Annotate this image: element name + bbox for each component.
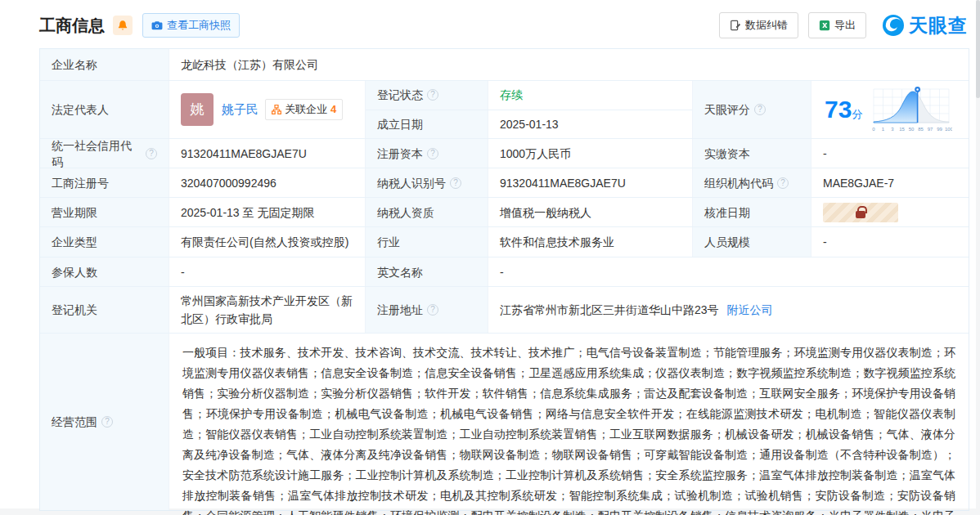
locked-value-button[interactable] bbox=[823, 203, 898, 222]
reg-address-label: 注册地址 bbox=[377, 302, 423, 318]
taxpayer-quality-label: 纳税人资质 bbox=[366, 198, 488, 226]
reg-number-value: 320407000992496 bbox=[169, 168, 366, 197]
legal-rep-cell: 姚 姚子民 关联企业 4 bbox=[169, 81, 366, 138]
paid-capital-value: - bbox=[811, 139, 969, 168]
bell-icon bbox=[117, 20, 128, 31]
svg-text:99: 99 bbox=[937, 127, 943, 132]
reg-address-value: 江苏省常州市新北区三井街道华山中路23号 bbox=[500, 302, 719, 318]
reg-status-label-cell: 登记状态 bbox=[366, 81, 488, 110]
org-code-value: MAE8GJAE-7 bbox=[811, 168, 969, 197]
view-snapshot-label: 查看工商快照 bbox=[167, 18, 231, 33]
legal-rep-avatar[interactable]: 姚 bbox=[181, 93, 214, 126]
taxpayer-id-label-cell: 纳税人识别号 bbox=[366, 168, 488, 197]
taxpayer-id-value: 91320411MAE8GJAE7U bbox=[488, 168, 693, 197]
credit-code-label: 统一社会信用代码 bbox=[52, 137, 142, 170]
insured-count-value: - bbox=[169, 258, 366, 286]
company-name-label: 企业名称 bbox=[40, 49, 169, 80]
help-icon[interactable] bbox=[146, 148, 157, 159]
help-icon[interactable] bbox=[101, 416, 113, 428]
reg-status-value: 存续 bbox=[488, 81, 692, 110]
svg-text:100: 100 bbox=[945, 127, 952, 132]
section-title: 工商信息 bbox=[39, 15, 105, 37]
vertical-scrollbar[interactable] bbox=[976, 0, 980, 98]
reg-capital-label-cell: 注册资本 bbox=[366, 139, 488, 168]
table-row-legal-rep: 法定代表人 姚 姚子民 关联企业 4 bbox=[40, 81, 969, 139]
help-icon[interactable] bbox=[427, 89, 438, 101]
svg-text:0: 0 bbox=[873, 127, 876, 132]
score-distribution-chart: 0 1 3 15 50 85 97 99 100 bbox=[870, 86, 952, 133]
business-info-panel: 工商信息 查看工商快照 数据纠错 bbox=[0, 0, 976, 508]
svg-text:85: 85 bbox=[919, 127, 924, 132]
related-companies-badge[interactable]: 关联企业 4 bbox=[265, 99, 343, 120]
taxpayer-id-label: 纳税人识别号 bbox=[377, 175, 446, 191]
score-unit: 分 bbox=[852, 108, 862, 120]
svg-text:1: 1 bbox=[882, 127, 885, 132]
table-row-business-scope: 经营范围 一般项目：技术服务、技术开发、技术咨询、技术交流、技术转让、技术推广；… bbox=[40, 334, 969, 510]
industry-value: 软件和信息技术服务业 bbox=[488, 227, 693, 257]
business-term-value: 2025-01-13 至 无固定期限 bbox=[169, 198, 366, 226]
approval-date-label: 核准日期 bbox=[693, 198, 811, 226]
insured-count-label: 参保人数 bbox=[40, 258, 169, 286]
camera-icon bbox=[151, 20, 163, 30]
english-name-value: - bbox=[488, 258, 969, 286]
export-button[interactable]: 导出 bbox=[808, 12, 866, 38]
table-row-company-name: 企业名称 龙屹科技（江苏）有限公司 bbox=[40, 49, 969, 81]
score-value: 73 bbox=[825, 96, 852, 123]
reg-authority-value: 常州国家高新技术产业开发区（新北区）行政审批局 bbox=[169, 287, 366, 333]
tianyancha-logo[interactable]: 天眼查 bbox=[881, 13, 968, 38]
help-icon[interactable] bbox=[777, 177, 789, 189]
reg-address-cell: 江苏省常州市新北区三井街道华山中路23号 附近公司 bbox=[488, 287, 969, 333]
staff-size-label: 人员规模 bbox=[693, 227, 811, 257]
status-date-column: 登记状态 存续 成立日期 2025-01-13 bbox=[366, 81, 693, 138]
help-icon[interactable] bbox=[427, 304, 438, 316]
reg-status-label: 登记状态 bbox=[377, 87, 423, 103]
approval-date-cell bbox=[811, 198, 969, 226]
table-row-company-type: 企业类型 有限责任公司(自然人投资或控股) 行业 软件和信息技术服务业 人员规模… bbox=[40, 227, 969, 258]
table-row-establish-date: 成立日期 2025-01-13 bbox=[366, 110, 692, 139]
table-row-insured-count: 参保人数 - 英文名称 - bbox=[40, 258, 969, 287]
paid-capital-label: 实缴资本 bbox=[693, 139, 811, 168]
related-companies-count: 4 bbox=[330, 101, 336, 118]
credit-code-value: 91320411MAE8GJAE7U bbox=[169, 139, 366, 168]
business-term-label: 营业期限 bbox=[40, 198, 169, 226]
data-correction-button[interactable]: 数据纠错 bbox=[719, 12, 798, 38]
legal-rep-label: 法定代表人 bbox=[40, 81, 169, 138]
company-type-value: 有限责任公司(自然人投资或控股) bbox=[169, 227, 366, 257]
table-row-reg-status: 登记状态 存续 bbox=[366, 81, 692, 110]
table-row-business-term: 营业期限 2025-01-13 至 无固定期限 纳税人资质 增值税一般纳税人 核… bbox=[40, 198, 969, 227]
nearby-companies-link[interactable]: 附近公司 bbox=[727, 302, 773, 318]
view-snapshot-button[interactable]: 查看工商快照 bbox=[142, 13, 240, 38]
score-cell[interactable]: 73分 bbox=[811, 81, 969, 138]
company-name-value: 龙屹科技（江苏）有限公司 bbox=[169, 49, 969, 80]
score-chart-ticks: 0 1 3 15 50 85 97 99 100 bbox=[873, 127, 953, 132]
data-correction-label: 数据纠错 bbox=[745, 18, 788, 33]
help-icon[interactable] bbox=[450, 177, 461, 189]
business-scope-value: 一般项目：技术服务、技术开发、技术咨询、技术交流、技术转让、技术推广；电气信号设… bbox=[169, 334, 969, 510]
reg-number-label: 工商注册号 bbox=[40, 168, 169, 197]
lock-icon bbox=[856, 211, 865, 218]
industry-label: 行业 bbox=[366, 227, 488, 257]
table-row-credit-code: 统一社会信用代码 91320411MAE8GJAE7U 注册资本 1000万人民… bbox=[40, 139, 969, 168]
establish-date-label: 成立日期 bbox=[366, 110, 488, 139]
score-label: 天眼评分 bbox=[704, 101, 750, 118]
help-icon[interactable] bbox=[754, 104, 766, 115]
edit-document-icon bbox=[730, 20, 741, 31]
company-type-label: 企业类型 bbox=[40, 227, 169, 257]
reg-capital-value: 1000万人民币 bbox=[488, 139, 693, 168]
svg-text:3: 3 bbox=[892, 127, 895, 132]
business-scope-label-cell: 经营范围 bbox=[40, 334, 169, 510]
reg-address-label-cell: 注册地址 bbox=[366, 287, 488, 333]
section-header: 工商信息 查看工商快照 数据纠错 bbox=[0, 0, 976, 48]
related-companies-label: 关联企业 bbox=[285, 101, 327, 118]
reg-capital-label: 注册资本 bbox=[377, 146, 423, 162]
svg-text:97: 97 bbox=[928, 127, 933, 132]
legal-rep-name-link[interactable]: 姚子民 bbox=[222, 101, 258, 118]
table-row-reg-authority: 登记机关 常州国家高新技术产业开发区（新北区）行政审批局 注册地址 江苏省常州市… bbox=[40, 287, 969, 334]
taxpayer-quality-value: 增值税一般纳税人 bbox=[488, 198, 693, 226]
business-scope-label: 经营范围 bbox=[52, 414, 97, 430]
reg-authority-label: 登记机关 bbox=[40, 287, 169, 333]
help-icon[interactable] bbox=[427, 148, 438, 159]
subscribe-bell-button[interactable] bbox=[113, 16, 133, 35]
excel-export-icon bbox=[819, 20, 830, 31]
export-label: 导出 bbox=[834, 18, 856, 33]
